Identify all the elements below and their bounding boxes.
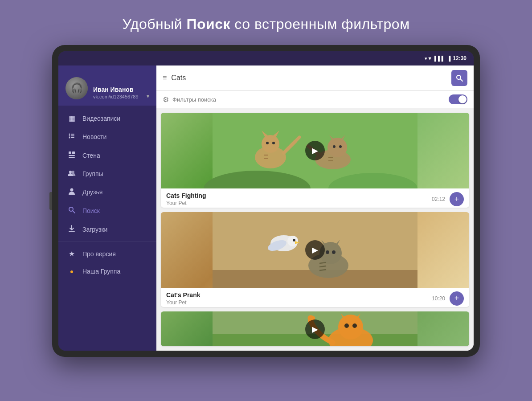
sidebar-item-pro[interactable]: ★ Про версия <box>58 245 156 263</box>
sidebar-item-downloads[interactable]: Загрузки <box>58 220 156 239</box>
play-button[interactable]: ▶ <box>305 141 325 160</box>
filter-bar: ⚙ Фильтры поиска <box>156 91 474 108</box>
svg-point-26 <box>272 142 275 144</box>
svg-rect-8 <box>69 155 75 156</box>
filter-left: ⚙ Фильтры поиска <box>163 95 216 104</box>
svg-line-14 <box>73 211 75 213</box>
svg-point-52 <box>332 250 336 254</box>
signal-icon: ▌▌▌ <box>434 56 445 61</box>
menu-icon[interactable]: ≡ <box>163 74 167 82</box>
sidebar-item-our-group[interactable]: ● Наша Группа <box>58 263 156 280</box>
news-icon <box>67 132 76 141</box>
status-time: 12:30 <box>453 55 467 61</box>
downloads-icon <box>67 225 76 234</box>
search-icon <box>67 206 76 215</box>
svg-rect-15 <box>69 231 75 232</box>
sidebar: 🎧 Иван Иванов vk.com/id123456789 ▾ ▦ Вид… <box>58 65 156 351</box>
video-duration-2: 10:20 <box>432 295 445 302</box>
video-thumbnail-2: ▶ <box>161 212 469 288</box>
svg-point-10 <box>69 171 72 173</box>
toggle-knob <box>458 95 467 103</box>
svg-point-59 <box>338 315 363 340</box>
svg-point-36 <box>339 145 342 148</box>
sidebar-item-label: Друзья <box>82 188 102 196</box>
svg-point-35 <box>333 145 336 148</box>
add-video-button[interactable]: + <box>450 192 464 206</box>
sidebar-item-label: Новости <box>82 133 106 140</box>
sidebar-item-label: Поиск <box>82 207 100 214</box>
user-info: Иван Иванов vk.com/id123456789 <box>93 86 140 99</box>
video-duration: 02:12 <box>432 196 445 202</box>
play-button-2[interactable]: ▶ <box>305 240 325 260</box>
vk-group-icon: ● <box>67 268 76 275</box>
filter-toggle[interactable] <box>449 94 467 104</box>
page-title: Удобный Поиск со встроенным фильтром <box>122 16 409 33</box>
sidebar-item-label: Загрузки <box>82 226 107 233</box>
sidebar-item-friends[interactable]: Друзья <box>58 183 156 201</box>
svg-rect-6 <box>69 151 71 154</box>
svg-point-45 <box>293 239 295 241</box>
search-bar: ≡ <box>156 65 474 91</box>
video-title-2: Cat's Prank <box>166 291 432 299</box>
video-card-3: ▶ <box>161 311 469 346</box>
video-card: ▶ Cats Fighting Your Pet 02:12 + <box>161 113 469 208</box>
video-title: Cats Fighting <box>166 192 432 199</box>
svg-point-43 <box>287 236 298 246</box>
sidebar-item-wall[interactable]: Стена <box>58 146 156 165</box>
svg-rect-9 <box>69 157 75 158</box>
sidebar-item-label: Видеозаписи <box>82 115 120 122</box>
video-right-2: 10:20 + <box>432 291 464 306</box>
svg-rect-5 <box>71 137 74 138</box>
sidebar-item-videos[interactable]: ▦ Видеозаписи <box>58 109 156 127</box>
sidebar-header: 🎧 Иван Иванов vk.com/id123456789 ▾ <box>58 65 156 106</box>
video-right: 02:12 + <box>432 192 464 206</box>
sidebar-item-label: Стена <box>82 152 100 159</box>
video-list: ▶ Cats Fighting Your Pet 02:12 + <box>156 108 474 351</box>
wall-icon <box>67 151 76 160</box>
svg-point-51 <box>326 250 329 254</box>
svg-point-2 <box>69 135 70 137</box>
app-body: 🎧 Иван Иванов vk.com/id123456789 ▾ ▦ Вид… <box>58 65 474 351</box>
tablet-screen: ▾▼ ▌▌▌ ▐ 12:30 🎧 Иван Иванов vk.com/id12… <box>58 51 474 351</box>
svg-point-12 <box>70 188 74 192</box>
search-button[interactable] <box>451 70 467 86</box>
svg-point-22 <box>262 135 279 153</box>
sidebar-item-search[interactable]: Поиск <box>58 201 156 220</box>
svg-point-4 <box>69 137 70 139</box>
gear-icon: ⚙ <box>163 95 169 104</box>
video-channel: Your Pet <box>166 200 432 206</box>
status-bar: ▾▼ ▌▌▌ ▐ 12:30 <box>58 51 474 65</box>
svg-point-32 <box>327 138 347 157</box>
filter-label: Фильтры поиска <box>172 96 216 103</box>
main-content: ≡ ⚙ Фильтры поиска <box>156 65 474 351</box>
video-thumbnail-3: ▶ <box>161 311 469 346</box>
battery-icon: ▐ <box>447 56 451 61</box>
svg-point-63 <box>352 323 357 328</box>
video-info-2: Cat's Prank Your Pet 10:20 + <box>161 288 469 307</box>
dropdown-arrow-icon[interactable]: ▾ <box>147 93 149 99</box>
sidebar-item-news[interactable]: Новости <box>58 127 156 146</box>
sidebar-item-groups[interactable]: Группы <box>58 165 156 183</box>
video-text: Cats Fighting Your Pet <box>166 192 432 206</box>
status-icons: ▾▼ ▌▌▌ ▐ 12:30 <box>425 55 467 61</box>
groups-icon <box>67 170 76 178</box>
tablet-device: ▾▼ ▌▌▌ ▐ 12:30 🎧 Иван Иванов vk.com/id12… <box>52 45 480 357</box>
search-input[interactable] <box>171 74 447 82</box>
wifi-icon: ▾▼ <box>425 56 432 61</box>
svg-point-0 <box>69 134 70 135</box>
sidebar-item-label: Группы <box>82 170 103 177</box>
user-id: vk.com/id123456789 <box>93 94 140 99</box>
video-thumbnail: ▶ <box>161 113 469 188</box>
sidebar-nav: ▦ Видеозаписи Новости Стена <box>58 106 156 351</box>
svg-rect-1 <box>71 134 74 135</box>
svg-point-25 <box>266 142 269 144</box>
add-video-button-2[interactable]: + <box>450 291 464 306</box>
svg-line-17 <box>460 79 462 81</box>
video-channel-2: Your Pet <box>166 299 432 306</box>
avatar: 🎧 <box>65 77 88 99</box>
sidebar-item-label: Про версия <box>82 250 116 258</box>
svg-rect-7 <box>72 151 75 154</box>
nav-divider <box>58 241 156 242</box>
play-button-3[interactable]: ▶ <box>305 319 325 339</box>
user-name: Иван Иванов <box>93 86 140 93</box>
